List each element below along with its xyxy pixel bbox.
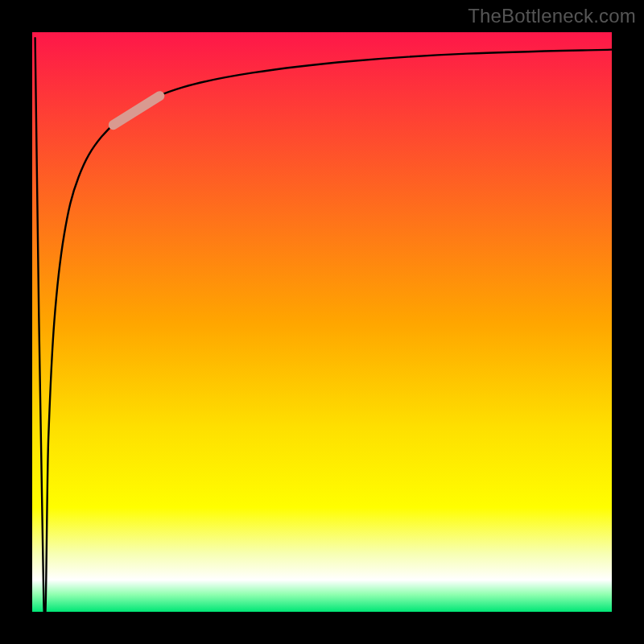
chart-container: TheBottleneck.com [0,0,644,644]
watermark-text: TheBottleneck.com [468,5,636,27]
chart-svg [32,32,612,628]
plot-area [32,32,612,612]
